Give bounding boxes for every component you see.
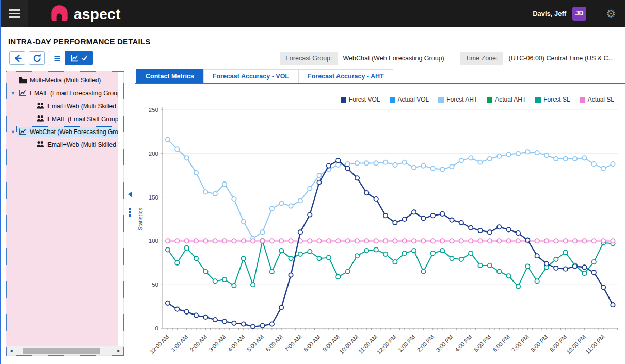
svg-text:9:00 PM: 9:00 PM xyxy=(549,334,568,353)
svg-text:11:00 PM: 11:00 PM xyxy=(584,334,605,355)
settings-gear-icon[interactable]: ⚙ xyxy=(606,8,616,19)
svg-text:8:00 PM: 8:00 PM xyxy=(530,334,549,353)
tab-contact-metrics[interactable]: Contact Metrics xyxy=(136,69,203,83)
folder-icon xyxy=(19,76,27,84)
intraday-statistics-chart: 050100150200250Statistics12:00 AM1:00 AM… xyxy=(135,85,625,363)
brand-logo[interactable]: aspect xyxy=(50,5,121,22)
svg-text:4:00 AM: 4:00 AM xyxy=(227,334,246,353)
list-view-icon xyxy=(53,54,62,63)
back-arrow-icon xyxy=(12,53,23,63)
top-header: aspect Davis, Jeff JD ⚙ xyxy=(1,0,625,27)
toolbar xyxy=(9,51,93,65)
view-toggle xyxy=(49,51,93,65)
forecast-group-label: Forecast Group: xyxy=(280,52,338,65)
svg-text:8:00 AM: 8:00 AM xyxy=(302,334,322,353)
forecast-group-sidebar: ▼Multi-Media (Multi Skilled)▼EMAIL (Emai… xyxy=(6,71,124,356)
svg-text:10:00 PM: 10:00 PM xyxy=(565,334,587,355)
chart-icon xyxy=(19,128,27,136)
tab-forecast-accuracy-aht[interactable]: Forecast Accuracy - AHT xyxy=(298,69,393,83)
svg-text:Statistics: Statistics xyxy=(137,207,143,230)
tree-item-webchat-web-forecasting-group[interactable]: ▼WebChat (Web Forecasting Group) xyxy=(7,125,123,138)
svg-text:1:00 PM: 1:00 PM xyxy=(397,334,416,353)
tree-item-label: Email+Web (Multi Skilled Staff Gro xyxy=(47,103,124,110)
user-name: Davis, Jeff xyxy=(533,10,566,18)
svg-text:3:00 PM: 3:00 PM xyxy=(435,334,454,353)
list-view-button[interactable] xyxy=(49,51,65,65)
tree-item-email-web-multi-skilled-staff-gro[interactable]: ▼Email+Web (Multi Skilled Staff Gro xyxy=(24,100,123,112)
tree-item-label: WebChat (Web Forecasting Group) xyxy=(30,128,124,136)
refresh-icon xyxy=(32,53,42,63)
tree-item-body[interactable]: Multi-Media (Multi Skilled) xyxy=(17,75,103,85)
svg-text:200: 200 xyxy=(149,151,158,157)
svg-text:12:00 AM: 12:00 AM xyxy=(149,334,170,355)
tree-item-label: Email+Web (Multi Skilled Staff Gro xyxy=(47,141,124,148)
people-icon xyxy=(36,115,45,123)
svg-text:5:00 AM: 5:00 AM xyxy=(246,334,265,353)
page-title: INTRA-DAY PERFORMANCE DETAILS xyxy=(8,37,151,46)
tab-forecast-accuracy-vol[interactable]: Forecast Accuracy - VOL xyxy=(203,69,298,83)
svg-text:100: 100 xyxy=(149,238,158,244)
svg-text:11:00 AM: 11:00 AM xyxy=(357,334,378,355)
tree-item-email-web-multi-skilled-staff-gro[interactable]: ▼Email+Web (Multi Skilled Staff Gro xyxy=(24,138,123,151)
svg-text:150: 150 xyxy=(149,194,158,201)
svg-text:250: 250 xyxy=(149,107,158,113)
tree-item-body[interactable]: Email+Web (Multi Skilled Staff Gro xyxy=(34,140,124,150)
scroll-left-icon[interactable]: ◄ xyxy=(7,346,15,355)
tree-item-body[interactable]: Email+Web (Multi Skilled Staff Gro xyxy=(34,101,124,111)
expander-caret-icon[interactable]: ▼ xyxy=(10,129,17,135)
tree-item-email-email-staff-group[interactable]: ▼EMAIL (Email Staff Group) xyxy=(24,112,123,125)
svg-text:6:00 PM: 6:00 PM xyxy=(492,334,511,353)
svg-text:6:00 AM: 6:00 AM xyxy=(265,334,284,353)
forecast-group-value: WebChat (Web Forecasting Group) xyxy=(338,52,450,65)
tree-item-body[interactable]: WebChat (Web Forecasting Group) xyxy=(17,127,124,137)
tree-item-multi-media-multi-skilled[interactable]: ▼Multi-Media (Multi Skilled) xyxy=(7,74,123,87)
chart-panel: Contact MetricsForecast Accuracy - VOLFo… xyxy=(135,69,625,364)
sidebar-horizontal-scrollbar[interactable]: ◄ ► xyxy=(7,346,123,355)
svg-text:0: 0 xyxy=(155,325,158,332)
brand-text: aspect xyxy=(74,7,121,22)
scroll-right-icon[interactable]: ► xyxy=(115,346,123,355)
expander-caret-icon[interactable]: ▼ xyxy=(10,91,17,96)
time-zone-label: Time Zone: xyxy=(460,52,504,65)
avatar[interactable]: JD xyxy=(572,7,586,21)
svg-text:12:00 PM: 12:00 PM xyxy=(376,334,397,355)
svg-text:9:00 AM: 9:00 AM xyxy=(322,334,341,353)
svg-text:1:00 AM: 1:00 AM xyxy=(170,334,189,353)
svg-text:10:00 AM: 10:00 AM xyxy=(338,334,359,355)
tree-item-body[interactable]: EMAIL (Email Staff Group) xyxy=(34,114,122,124)
tree-item-body[interactable]: EMAIL (Email Forecasting Group) xyxy=(17,88,124,98)
refresh-button[interactable] xyxy=(29,51,45,65)
chart-view-icon xyxy=(70,54,79,62)
tree-item-label: EMAIL (Email Forecasting Group) xyxy=(30,90,123,97)
tab-bar: Contact MetricsForecast Accuracy - VOLFo… xyxy=(135,69,625,84)
back-button[interactable] xyxy=(9,51,25,65)
chart-icon xyxy=(19,89,27,97)
splitter-grip[interactable] xyxy=(129,208,131,218)
chart-view-button[interactable] xyxy=(65,51,93,65)
time-zone-value: (UTC-06:00) Central Time (US & C... xyxy=(503,52,619,65)
svg-text:2:00 AM: 2:00 AM xyxy=(189,334,208,353)
people-icon xyxy=(36,102,45,110)
people-icon xyxy=(36,141,45,148)
scrollbar-thumb[interactable] xyxy=(23,348,100,354)
tree-item-label: EMAIL (Email Staff Group) xyxy=(47,115,120,123)
check-icon xyxy=(81,54,88,62)
hamburger-menu-button[interactable] xyxy=(1,0,28,27)
svg-text:2:00 PM: 2:00 PM xyxy=(416,334,435,353)
svg-text:4:00 PM: 4:00 PM xyxy=(454,334,473,353)
sidebar-collapse-icon[interactable] xyxy=(128,191,132,197)
forecast-group-tree: ▼Multi-Media (Multi Skilled)▼EMAIL (Emai… xyxy=(7,72,123,151)
svg-text:50: 50 xyxy=(152,282,158,288)
filter-bar: Forecast Group: WebChat (Web Forecasting… xyxy=(280,52,619,65)
svg-text:5:00 PM: 5:00 PM xyxy=(473,334,492,353)
sidebar-vertical-scrollbar[interactable] xyxy=(118,72,123,346)
svg-text:7:00 AM: 7:00 AM xyxy=(283,334,302,353)
aspect-logo-icon xyxy=(50,5,69,22)
tree-item-label: Multi-Media (Multi Skilled) xyxy=(30,77,101,84)
tree-item-email-email-forecasting-group[interactable]: ▼EMAIL (Email Forecasting Group) xyxy=(7,87,123,100)
svg-text:7:00 PM: 7:00 PM xyxy=(510,334,530,353)
svg-text:3:00 AM: 3:00 AM xyxy=(207,334,227,353)
